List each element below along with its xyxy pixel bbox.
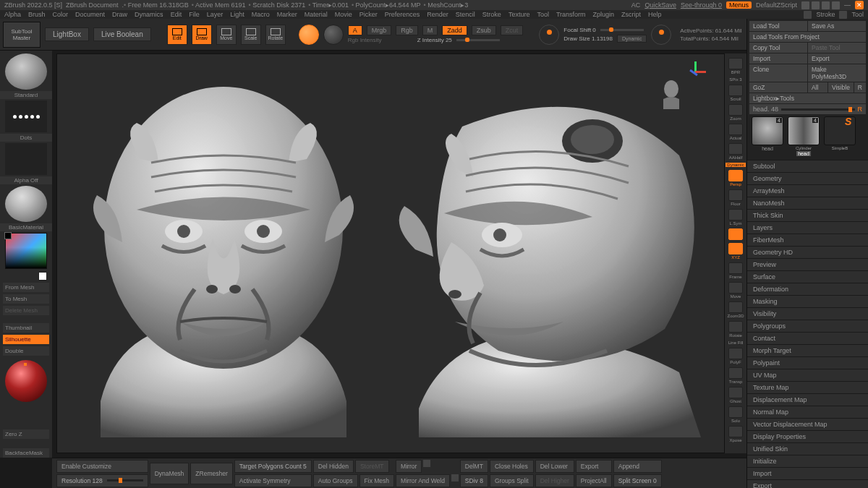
section-polygroups[interactable]: Polygroups	[747, 320, 868, 332]
mirror-axis-icon[interactable]	[423, 460, 430, 467]
save-as-button[interactable]: Save As	[808, 21, 866, 31]
load-from-project-button[interactable]: Load Tools From Project	[749, 32, 866, 42]
a-button[interactable]: A	[348, 25, 362, 35]
scale-mode-button[interactable]: Scale	[241, 25, 261, 45]
swatch[interactable]	[38, 272, 47, 281]
xpose-button[interactable]: Xpose	[727, 426, 744, 442]
menu-transform[interactable]: Transform	[556, 11, 586, 18]
section-texturemap[interactable]: Texture Map	[747, 381, 868, 393]
subtool-master-button[interactable]: SubTool Master	[3, 22, 41, 48]
section-masking[interactable]: Masking	[747, 295, 868, 307]
section-geometry[interactable]: Geometry	[747, 172, 868, 184]
stroke-panel-label[interactable]: Stroke	[816, 11, 835, 18]
menu-preferences[interactable]: Preferences	[385, 11, 420, 18]
rgb-button[interactable]: Rgb	[396, 25, 418, 35]
viewport[interactable]	[56, 53, 725, 453]
camera-head-icon[interactable]	[659, 79, 684, 111]
move-mode-button[interactable]: Move	[216, 25, 237, 45]
menu-help[interactable]: Help	[648, 11, 662, 18]
section-deformation[interactable]: Deformation	[747, 283, 868, 295]
section-subtool[interactable]: Subtool	[747, 160, 868, 172]
thumbnail-preview-icon[interactable]	[5, 360, 47, 402]
menu-dynamics[interactable]: Dynamics	[135, 11, 163, 18]
lsym-button[interactable]: L.Sym	[727, 209, 744, 226]
zeroz-button[interactable]: Zero Z	[3, 429, 49, 439]
section-visibility[interactable]: Visibility	[747, 307, 868, 320]
tool-panel-label[interactable]: Tool	[851, 11, 864, 18]
win-icon[interactable]	[801, 1, 809, 9]
draw-mode-button[interactable]: Draw	[192, 25, 212, 45]
export-button[interactable]: Export	[808, 53, 866, 64]
import-button[interactable]: Import	[749, 53, 807, 64]
section-export[interactable]: Export	[747, 479, 868, 488]
resolution-slider[interactable]: Resolution 128	[56, 474, 148, 487]
menus-button[interactable]: Menus	[726, 1, 752, 9]
win-icon[interactable]	[832, 1, 840, 9]
zremesher-button[interactable]: ZRemesher	[190, 463, 232, 484]
double-button[interactable]: Double	[3, 346, 49, 356]
sdiv-slider[interactable]: SDiv 8	[460, 474, 488, 487]
section-nanomesh[interactable]: NanoMesh	[747, 197, 868, 209]
export-bottom-button[interactable]: Export	[576, 460, 612, 473]
activate-symmetry-button[interactable]: Activate Symmetry	[234, 474, 312, 487]
menu-stroke[interactable]: Stroke	[482, 11, 501, 18]
section-contact[interactable]: Contact	[747, 332, 868, 344]
move3d-button[interactable]: Move	[727, 282, 744, 299]
alpha-preview[interactable]	[5, 143, 47, 175]
solo-button[interactable]: Solo	[727, 406, 744, 423]
head-slider[interactable]: head. 48 R	[749, 104, 866, 114]
del-lower-button[interactable]: Del Lower	[535, 460, 574, 473]
close-holes-button[interactable]: Close Holes	[490, 460, 534, 473]
menu-edit[interactable]: Edit	[171, 11, 182, 18]
section-fibermesh[interactable]: FiberMesh	[747, 234, 868, 246]
dynamesh-button[interactable]: DynaMesh	[150, 463, 190, 484]
goz-r-button[interactable]: R	[854, 82, 866, 93]
dynamic-button[interactable]: Dynamic	[617, 35, 647, 43]
goz-all-button[interactable]: All	[808, 82, 827, 93]
mirror-weld-axis-icon[interactable]	[451, 474, 459, 481]
tool-thumb-simplebrush[interactable]: S SimpleB	[823, 116, 856, 156]
draw-size-slider[interactable]: Draw Size 1.13198	[563, 35, 613, 42]
sculptris-icon[interactable]	[299, 25, 319, 45]
menu-layer[interactable]: Layer	[207, 11, 224, 18]
menu-texture[interactable]: Texture	[509, 11, 530, 18]
focal-gizmo-icon[interactable]	[539, 25, 559, 45]
menu-draw[interactable]: Draw	[112, 11, 127, 18]
delete-mesh-button[interactable]: Delete Mesh	[3, 306, 49, 315]
win-icon[interactable]	[822, 1, 830, 9]
mirror-button[interactable]: Mirror	[396, 460, 422, 473]
defaultzscript-button[interactable]: DefaultZScript	[756, 1, 797, 9]
floor-button[interactable]: Floor	[727, 189, 744, 206]
splitscreen-slider[interactable]: Split Screen 0	[613, 474, 662, 487]
menu-zplugin[interactable]: Zplugin	[593, 11, 615, 18]
focal-track[interactable]	[600, 29, 644, 31]
close-icon[interactable]: ✕	[855, 1, 864, 9]
backfacemask-button[interactable]: BackfaceMask	[3, 448, 49, 458]
brush-preview-icon[interactable]	[5, 53, 47, 90]
paste-tool-button[interactable]: Paste Tool	[808, 43, 866, 53]
menu-stencil[interactable]: Stencil	[456, 11, 475, 18]
actual-button[interactable]: Actual	[727, 124, 744, 140]
menu-color[interactable]: Color	[53, 11, 69, 18]
persp-button[interactable]: Persp	[727, 170, 744, 187]
menu-render[interactable]: Render	[427, 11, 448, 18]
lightbox-tools-button[interactable]: Lightbox▸Tools	[749, 93, 866, 103]
delmt-button[interactable]: DelMT	[460, 460, 488, 473]
transp-button[interactable]: Transp	[727, 367, 744, 384]
section-geometryhd[interactable]: Geometry HD	[747, 246, 868, 258]
linefill-button[interactable]: Line Fill	[727, 341, 744, 345]
section-preview[interactable]: Preview	[747, 258, 868, 270]
section-displacement[interactable]: Displacement Map	[747, 393, 868, 406]
material-preview-icon[interactable]	[5, 186, 47, 222]
mrgb-button[interactable]: Mrgb	[367, 25, 392, 35]
draw-gizmo-icon[interactable]	[651, 25, 671, 45]
lightbox-button[interactable]: LightBox	[45, 27, 89, 41]
section-surface[interactable]: Surface	[747, 270, 868, 283]
spix-button[interactable]: SPix 3	[727, 77, 744, 82]
section-arraymesh[interactable]: ArrayMesh	[747, 184, 868, 197]
lock-button[interactable]	[727, 228, 744, 240]
z-intensity-slider[interactable]: Z Intensity 25	[417, 37, 452, 43]
zadd-button[interactable]: Zadd	[442, 25, 467, 35]
zoom3d-button[interactable]: Zoom3D	[727, 301, 744, 318]
to-mesh-button[interactable]: To Mesh	[3, 294, 49, 304]
